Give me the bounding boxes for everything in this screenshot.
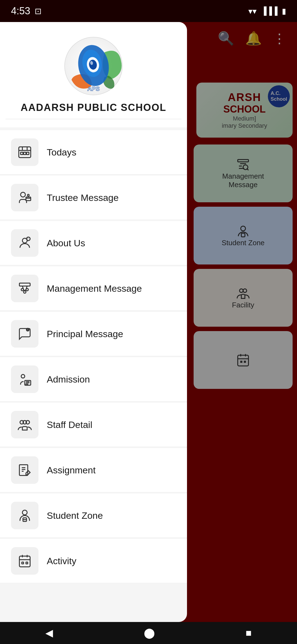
admission-icon-box (11, 365, 38, 393)
status-icons: ▾▾ ▐▐▐ ▮ (248, 6, 286, 16)
menu-item-management-message[interactable]: Management Message (0, 266, 187, 311)
svg-text:?: ? (27, 238, 28, 240)
svg-point-37 (24, 291, 26, 293)
svg-rect-27 (27, 152, 29, 155)
todays-label: Todays (47, 147, 76, 158)
svg-rect-29 (26, 197, 31, 201)
management-message-icon-box (11, 275, 38, 302)
staff-detail-label: Staff Detail (47, 419, 92, 430)
trustee-message-icon-box (11, 184, 38, 211)
activity-icon (18, 554, 32, 568)
status-time: 4:53 (11, 5, 30, 17)
signal-icon: ▐▐▐ (261, 7, 277, 15)
menu-item-admission[interactable]: Admission (0, 357, 187, 402)
svg-point-44 (21, 375, 25, 378)
about-us-label: About Us (47, 238, 85, 249)
menu-item-about-us[interactable]: ? About Us (0, 221, 187, 265)
menu-item-student-zone[interactable]: Student Zone (0, 493, 187, 538)
assignment-icon (18, 463, 32, 477)
svg-rect-64 (26, 562, 28, 564)
school-name: AADARSH PUBLIC SCHOOL (6, 102, 182, 119)
battery-icon: ▮ (282, 7, 286, 16)
svg-point-56 (22, 510, 27, 515)
trustee-message-label: Trustee Message (47, 192, 119, 203)
svg-line-41 (25, 290, 26, 291)
svg-rect-26 (24, 152, 26, 155)
principal-message-icon-box: ! (11, 320, 38, 348)
menu-list: Todays Trustee Message (0, 127, 187, 587)
trustee-message-icon (18, 190, 32, 205)
svg-rect-52 (20, 465, 28, 476)
todays-icon (18, 145, 32, 159)
app-logo: APS (63, 36, 124, 96)
principal-message-label: Principal Message (47, 329, 123, 339)
assignment-label: Assignment (47, 465, 96, 476)
todays-icon-box (11, 138, 38, 166)
activity-label: Activity (47, 556, 76, 566)
svg-line-39 (26, 286, 27, 290)
drawer-logo-section: APS AADARSH PUBLIC SCHOOL (0, 22, 187, 127)
svg-point-28 (21, 192, 25, 197)
menu-item-trustee-message[interactable]: Trustee Message (0, 176, 187, 220)
home-button[interactable]: ⬤ (136, 624, 163, 642)
svg-point-30 (28, 194, 29, 196)
navigation-drawer: APS AADARSH PUBLIC SCHOOL Todays (0, 22, 187, 622)
assignment-icon-box (11, 456, 38, 484)
recent-button[interactable]: ■ (237, 624, 260, 642)
svg-text:!: ! (28, 328, 28, 331)
menu-item-principal-message[interactable]: ! Principal Message (0, 312, 187, 356)
svg-line-38 (22, 286, 23, 290)
back-button[interactable]: ◀ (37, 624, 61, 642)
student-zone-label: Student Zone (47, 510, 103, 521)
staff-detail-icon-box (11, 411, 38, 438)
staff-detail-icon (18, 417, 32, 432)
svg-rect-59 (20, 556, 30, 567)
principal-message-icon: ! (18, 327, 32, 341)
management-message-icon (18, 281, 32, 296)
svg-text:APS: APS (87, 85, 100, 92)
wifi-icon: ▾▾ (248, 6, 257, 16)
svg-rect-63 (22, 562, 24, 564)
management-message-label: Management Message (47, 283, 142, 294)
bottom-navigation: ◀ ⬤ ■ (0, 622, 297, 644)
student-zone-icon-box (11, 502, 38, 529)
about-us-icon: ? (18, 236, 32, 250)
svg-rect-34 (20, 283, 30, 286)
svg-rect-25 (21, 152, 23, 155)
status-bar: 4:53 ⊡ ▾▾ ▐▐▐ ▮ (0, 0, 297, 22)
menu-item-todays[interactable]: Todays (0, 130, 187, 174)
admission-label: Admission (47, 374, 90, 385)
admission-icon (18, 372, 32, 386)
menu-item-staff-detail[interactable]: Staff Detail (0, 403, 187, 447)
svg-rect-48 (26, 384, 28, 385)
student-zone-icon (18, 508, 32, 523)
notification-icon: ⊡ (35, 6, 42, 16)
menu-item-assignment[interactable]: Assignment (0, 448, 187, 492)
activity-icon-box (11, 547, 38, 575)
about-us-icon-box: ? (11, 229, 38, 257)
menu-item-activity[interactable]: Activity (0, 539, 187, 583)
